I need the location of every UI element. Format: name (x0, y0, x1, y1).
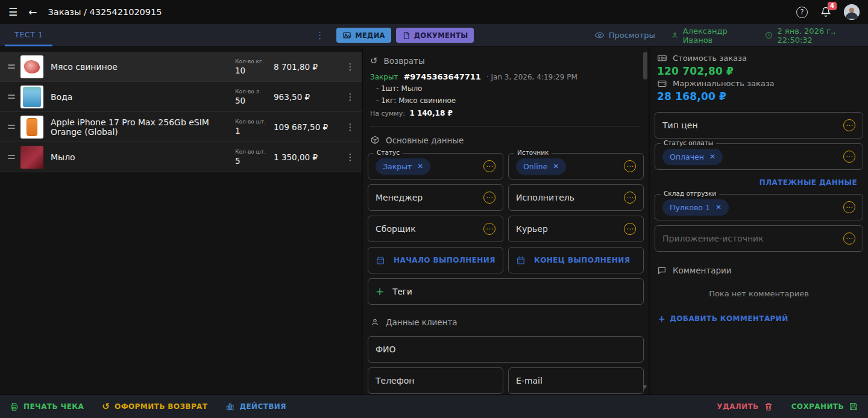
warehouse-chip-label: Пулково 1 (670, 203, 710, 212)
status-field[interactable]: Статус Закрыт ✕ ⋯ (368, 153, 503, 179)
qty-value[interactable]: 50 (235, 96, 274, 105)
product-row[interactable]: Apple iPhone 17 Pro Max 256Gb eSIM Orang… (0, 112, 362, 142)
chip-close-icon[interactable]: ✕ (553, 162, 559, 170)
warehouse-chip[interactable]: Пулково 1 ✕ (662, 199, 729, 216)
chip-close-icon[interactable]: ✕ (709, 152, 715, 161)
return-status: Закрыт (370, 73, 398, 81)
fio-field[interactable]: ФИО (368, 336, 644, 363)
user-avatar[interactable] (844, 4, 860, 20)
datetime-value: 2 янв. 2026 г., 22:50:32 (777, 27, 861, 45)
tags-field[interactable]: + Теги (368, 278, 644, 305)
add-comment-button[interactable]: + ДОБАВИТЬ КОММЕНТАРИЙ (658, 314, 863, 323)
chip-close-icon[interactable]: ✕ (417, 162, 423, 170)
qty-value[interactable]: 10 (235, 66, 274, 75)
phone-field[interactable]: Телефон (368, 367, 503, 394)
payment-status-field[interactable]: Статус оплаты Оплачен ✕ ⋯ (655, 143, 863, 170)
refund-button[interactable]: ↺ ОФОРМИТЬ ВОЗВРАТ (102, 402, 207, 411)
print-receipt-button[interactable]: ПЕЧАТЬ ЧЕКА (10, 402, 84, 411)
products-list: Мясо свининое Кол-во кг. 10 8 701,80 ₽ ⋮… (0, 47, 362, 395)
tags-label: Теги (392, 287, 412, 296)
media-button[interactable]: МЕДИА (336, 28, 391, 43)
product-menu-icon[interactable]: ⋮ (342, 122, 358, 133)
manager-field[interactable]: Менеджер ⋯ (368, 184, 503, 211)
payment-chip-label: Оплачен (670, 152, 704, 161)
notifications-button[interactable]: 4 (820, 6, 832, 18)
drag-handle-icon[interactable] (4, 155, 19, 159)
source-field[interactable]: Источник Online ✕ ⋯ (508, 153, 644, 179)
return-icon: ↺ (370, 57, 378, 66)
qty-label: Кол-во кг. (235, 58, 274, 64)
no-comments-text: Пока нет комментариев (655, 289, 863, 298)
status-more-icon[interactable]: ⋯ (483, 160, 495, 172)
return-entry[interactable]: Закрыт #9745363647711 · Jan 3, 2026, 4:1… (370, 72, 644, 117)
divider (370, 126, 641, 126)
product-row[interactable]: Вода Кол-во л. 50 963,50 ₽ ⋮ (0, 82, 362, 112)
source-chip[interactable]: Online ✕ (516, 158, 566, 175)
warehouse-more-icon[interactable]: ⋯ (843, 201, 855, 213)
product-menu-icon[interactable]: ⋮ (342, 152, 358, 163)
price-type-more-icon[interactable]: ⋯ (843, 119, 855, 131)
order-margin-value: 28 168,00 ₽ (657, 90, 863, 102)
order-cost-header: Стоимость заказа (657, 53, 863, 63)
comments-section-header: Комментарии (657, 264, 863, 277)
hamburger-menu-icon[interactable]: ☰ (8, 7, 17, 17)
help-icon[interactable]: ? (796, 7, 808, 18)
warehouse-field[interactable]: Склад отгрузки Пулково 1 ✕ ⋯ (655, 194, 863, 220)
tab-menu-icon[interactable]: ⋮ (315, 30, 330, 41)
product-menu-icon[interactable]: ⋮ (342, 92, 358, 102)
media-icon (342, 31, 351, 40)
payment-data-link[interactable]: ПЛАТЕЖНЫЕ ДАННЫЕ (655, 178, 857, 187)
tab-test-1[interactable]: ТЕСТ 1 (5, 24, 52, 46)
save-label: СОХРАНИТЬ (791, 402, 844, 411)
product-row[interactable]: Мыло Кол-во шт. 5 1 350,00 ₽ ⋮ (0, 142, 362, 172)
courier-placeholder: Курьер (516, 224, 548, 234)
executor-field[interactable]: Исполнитель ⋯ (508, 184, 644, 211)
order-cost-label: Стоимость заказа (673, 54, 747, 63)
calendar-icon (376, 255, 385, 265)
order-cost-value: 120 702,80 ₽ (657, 65, 863, 77)
app-source-more-icon[interactable]: ⋯ (843, 232, 855, 245)
drag-handle-icon[interactable] (4, 125, 19, 129)
assembler-more-icon[interactable]: ⋯ (483, 223, 495, 235)
assembler-field[interactable]: Сборщик ⋯ (368, 216, 503, 242)
drag-handle-icon[interactable] (4, 64, 19, 69)
price-type-field[interactable]: Тип цен ⋯ (655, 112, 863, 139)
return-total-value: 1 140,18 ₽ (409, 109, 452, 117)
app-source-field[interactable]: Приложение-источник ⋯ (655, 225, 863, 252)
qty-value[interactable]: 1 (235, 126, 274, 136)
delete-button[interactable]: УДАЛИТЬ (717, 402, 773, 411)
plus-icon: + (658, 314, 665, 323)
product-menu-icon[interactable]: ⋮ (342, 61, 358, 72)
status-chip[interactable]: Закрыт ✕ (376, 158, 430, 175)
scroll-down-icon[interactable]: ▼ (643, 384, 647, 390)
payment-more-icon[interactable]: ⋯ (843, 151, 855, 163)
qty-label: Кол-во шт. (235, 149, 274, 155)
documents-button[interactable]: ДОКУМЕНТЫ (396, 28, 474, 43)
email-field[interactable]: E-mail (508, 367, 644, 394)
chip-close-icon[interactable]: ✕ (715, 203, 722, 211)
product-qty[interactable]: Кол-во шт. 1 (235, 119, 274, 136)
product-qty[interactable]: Кол-во л. 50 (235, 89, 274, 105)
plus-icon: + (376, 287, 384, 297)
views-button[interactable]: Просмотры (594, 30, 655, 40)
back-arrow-icon[interactable]: ← (28, 7, 37, 17)
order-margin-header: Маржинальность заказа (657, 78, 863, 89)
courier-more-icon[interactable]: ⋯ (624, 223, 636, 235)
source-chip-label: Online (523, 162, 547, 171)
payment-status-chip[interactable]: Оплачен ✕ (662, 149, 723, 165)
start-execution-button[interactable]: НАЧАЛО ВЫПОЛНЕНИЯ (368, 247, 503, 273)
scrollbar-thumb[interactable] (643, 52, 647, 80)
save-button[interactable]: СОХРАНИТЬ (791, 402, 858, 411)
actions-button[interactable]: ДЕЙСТВИЯ (225, 402, 286, 411)
product-qty[interactable]: Кол-во кг. 10 (235, 58, 274, 75)
manager-more-icon[interactable]: ⋯ (483, 192, 495, 204)
product-row[interactable]: Мясо свининое Кол-во кг. 10 8 701,80 ₽ ⋮ (0, 52, 362, 82)
end-execution-button[interactable]: КОНЕЦ ВЫПОЛНЕНИЯ (508, 247, 644, 273)
product-qty[interactable]: Кол-во шт. 5 (235, 149, 274, 166)
drag-handle-icon[interactable] (4, 95, 19, 99)
executor-more-icon[interactable]: ⋯ (624, 192, 636, 204)
qty-value[interactable]: 5 (235, 156, 274, 166)
source-more-icon[interactable]: ⋯ (624, 160, 636, 172)
courier-field[interactable]: Курьер ⋯ (508, 216, 644, 242)
trash-icon (764, 402, 773, 411)
